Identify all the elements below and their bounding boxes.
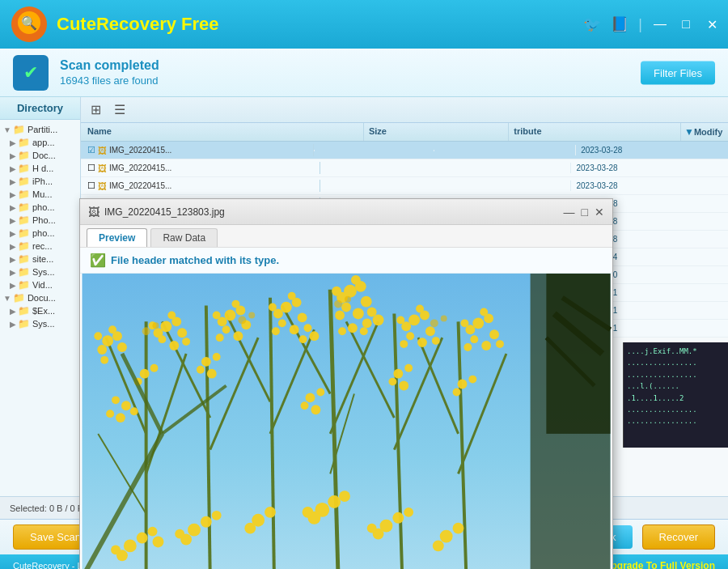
file-row[interactable]: ☐ 🖼 IMG_20220415... 2023-03-28 [81, 159, 728, 177]
tree-item-mu[interactable]: ▶ 📁 Mu... [8, 188, 78, 201]
dialog-close-button[interactable]: ✕ [595, 206, 604, 219]
file-icon: 🖼 [98, 163, 107, 173]
svg-point-152 [153, 322, 159, 329]
svg-point-102 [425, 326, 435, 336]
folder-icon: 📁 [18, 189, 30, 200]
svg-point-142 [303, 507, 314, 518]
svg-point-75 [304, 324, 312, 332]
svg-point-154 [248, 312, 255, 318]
hex-panel: ....j.Exif..MM.* ................ ......… [623, 342, 728, 448]
tree-item-vid[interactable]: ▶ 📁 Vid... [8, 278, 78, 291]
file-row[interactable]: ☐ 🖼 IMG_20220415... 2023-03-28 [81, 177, 728, 195]
svg-point-148 [440, 530, 453, 543]
svg-point-118 [463, 343, 472, 351]
file-date: 2023-03-28 [570, 163, 728, 173]
folder-icon: 📁 [18, 137, 30, 148]
raw-data-tab[interactable]: Raw Data [150, 228, 218, 247]
svg-point-157 [430, 319, 438, 327]
file-row[interactable]: ☑ 🖼 IMG_20220415... 2023-03-28 [81, 142, 728, 159]
hex-line4: ...l.(...... [627, 380, 725, 392]
expand-icon: ▶ [10, 151, 16, 160]
svg-point-71 [298, 312, 307, 322]
folder-icon: 📁 [13, 124, 25, 135]
svg-point-57 [213, 312, 221, 320]
tree-item-doc[interactable]: ▶ 📁 Doc... [8, 149, 78, 162]
modify-sort-header[interactable]: ▼ Modify [681, 123, 728, 141]
svg-point-62 [201, 357, 211, 367]
dialog-minimize-button[interactable]: — [564, 206, 575, 219]
file-checkbox[interactable]: ☐ [87, 163, 95, 173]
tree-item-site[interactable]: ▶ 📁 site... [8, 253, 78, 265]
tree-item-partition[interactable]: ▼ 📁 Partiti... [2, 123, 78, 136]
svg-point-149 [453, 523, 464, 534]
svg-point-130 [188, 524, 201, 537]
main-content: Directory ▼ 📁 Partiti... ▶ 📁 app... ▶ 📁 … [0, 97, 728, 496]
dialog-title-bar: 🖼 IMG_20220415_123803.jpg — □ ✕ [80, 199, 612, 225]
file-toolbar: ⊞ ☰ [81, 97, 728, 123]
list-view-button[interactable]: ☰ [111, 100, 129, 119]
expand-icon: ▶ [10, 216, 16, 225]
flower-image-svg [80, 274, 612, 569]
tree-item-pho1[interactable]: ▶ 📁 pho... [8, 201, 78, 214]
folder-icon: 📁 [18, 202, 30, 213]
attribute-column-header[interactable]: tribute [509, 123, 681, 141]
directory-tree[interactable]: ▼ 📁 Partiti... ▶ 📁 app... ▶ 📁 Doc... ▶ 📁… [0, 120, 80, 496]
grid-view-button[interactable]: ⊞ [87, 100, 104, 119]
recover-button[interactable]: Recover [642, 524, 715, 550]
close-button[interactable]: ✕ [704, 17, 720, 32]
facebook-icon[interactable]: 📘 [611, 15, 629, 33]
tree-item-ex[interactable]: ▶ 📁 $Ex... [8, 304, 78, 317]
tree-item-iph[interactable]: ▶ 📁 iPh... [8, 175, 78, 188]
svg-point-158 [441, 315, 447, 321]
svg-point-107 [393, 369, 403, 379]
tree-item-pho3[interactable]: ▶ 📁 pho... [8, 227, 78, 240]
svg-point-125 [137, 533, 148, 544]
svg-point-150 [433, 540, 444, 551]
tree-item-app[interactable]: ▶ 📁 app... [8, 136, 78, 149]
upgrade-link[interactable]: Upgrade To Full Version [604, 560, 715, 569]
svg-point-81 [311, 405, 320, 414]
minimize-button[interactable]: — [652, 17, 668, 32]
expand-icon: ▶ [10, 138, 16, 147]
svg-point-93 [362, 318, 372, 328]
expand-icon: ▶ [10, 164, 16, 173]
tree-item-documents[interactable]: ▼ 📁 Docu... [2, 291, 78, 304]
size-column-header[interactable]: Size [364, 123, 509, 141]
sidebar-header: Directory [0, 97, 80, 120]
folder-icon: 📁 [18, 150, 30, 161]
tree-item-sys2[interactable]: ▶ 📁 Sys... [8, 317, 78, 330]
twitter-icon[interactable]: 🐦 [583, 15, 601, 33]
svg-point-79 [316, 388, 324, 396]
hex-line1: ....j.Exif..MM.* [627, 346, 725, 357]
dialog-filename: IMG_20220415_123803.jpg [104, 206, 564, 218]
svg-point-56 [232, 300, 240, 308]
svg-text:🔍: 🔍 [21, 15, 37, 31]
dialog-maximize-button[interactable]: □ [582, 206, 588, 219]
svg-point-146 [404, 507, 413, 517]
expand-icon: ▶ [10, 281, 16, 290]
svg-point-127 [148, 527, 158, 537]
svg-point-40 [116, 413, 125, 423]
app-logo: 🔍 [10, 5, 49, 44]
tree-item-sys1[interactable]: ▶ 📁 Sys... [8, 265, 78, 278]
maximize-button[interactable]: □ [678, 17, 694, 32]
svg-point-36 [121, 401, 131, 410]
tree-item-rec[interactable]: ▶ 📁 rec... [8, 240, 78, 253]
file-checkbox[interactable]: ☑ [87, 145, 95, 155]
title-part1: Cute [57, 14, 96, 34]
svg-point-60 [216, 333, 224, 342]
svg-point-122 [468, 376, 476, 384]
svg-point-63 [213, 353, 221, 361]
tree-item-pho2[interactable]: ▶ 📁 Pho... [8, 214, 78, 227]
name-column-header[interactable]: Name [81, 123, 364, 141]
image-preview [80, 274, 612, 569]
scan-files-count: 16943 files are found [60, 74, 159, 87]
svg-point-77 [299, 335, 307, 343]
tree-item-hd[interactable]: ▶ 📁 H d... [8, 162, 78, 175]
svg-point-46 [177, 328, 187, 338]
folder-icon: 📁 [18, 318, 30, 329]
svg-point-69 [288, 292, 296, 300]
preview-tab[interactable]: Preview [87, 228, 147, 247]
filter-files-button[interactable]: Filter Files [641, 61, 715, 84]
svg-point-119 [481, 341, 491, 350]
